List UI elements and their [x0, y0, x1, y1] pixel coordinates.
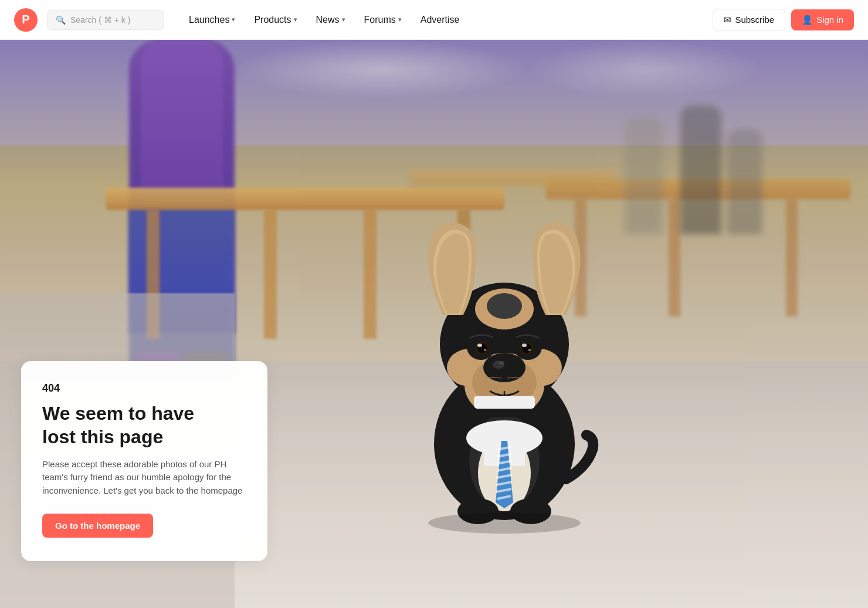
chevron-down-icon: ▾	[342, 16, 345, 23]
chevron-down-icon: ▾	[232, 16, 235, 23]
nav-link-advertise[interactable]: Advertise	[412, 10, 468, 30]
svg-point-41	[428, 512, 581, 534]
go-to-homepage-button[interactable]: Go to the homepage	[42, 514, 153, 538]
logo-letter: P	[22, 13, 29, 26]
signin-label: Sign in	[816, 15, 843, 25]
svg-point-33	[484, 349, 486, 351]
nav-link-advertise-label: Advertise	[421, 15, 460, 25]
svg-rect-40	[474, 396, 535, 409]
search-placeholder: Search ( ⌘ + k )	[70, 15, 130, 25]
subscribe-button[interactable]: ✉ Subscribe	[713, 9, 785, 31]
svg-point-38	[528, 349, 531, 351]
dog-illustration	[387, 168, 622, 579]
error-code: 404	[42, 382, 246, 395]
error-description: Please accept these adorable photos of o…	[42, 458, 246, 498]
search-bar[interactable]: 🔍 Search ( ⌘ + k )	[47, 10, 164, 30]
navbar: P 🔍 Search ( ⌘ + k ) Launches ▾ Products…	[0, 0, 868, 40]
subscribe-label: Subscribe	[735, 15, 774, 25]
logo[interactable]: P	[14, 8, 38, 32]
svg-point-37	[522, 344, 527, 347]
nav-link-launches[interactable]: Launches ▾	[181, 10, 243, 30]
user-icon: 👤	[802, 15, 813, 25]
search-icon: 🔍	[56, 15, 66, 25]
chevron-down-icon: ▾	[398, 16, 402, 23]
nav-link-products-label: Products	[254, 15, 291, 25]
nav-actions: ✉ Subscribe 👤 Sign in	[713, 9, 854, 31]
nav-link-forums-label: Forums	[364, 15, 396, 25]
signin-button[interactable]: 👤 Sign in	[791, 9, 854, 30]
nav-links: Launches ▾ Products ▾ News ▾ Forums ▾ Ad…	[181, 10, 708, 30]
subscribe-icon: ✉	[724, 15, 731, 25]
chevron-down-icon: ▾	[294, 16, 297, 23]
svg-point-32	[477, 344, 482, 347]
nav-link-products[interactable]: Products ▾	[246, 10, 305, 30]
nav-link-launches-label: Launches	[189, 15, 229, 25]
nav-link-news[interactable]: News ▾	[308, 10, 354, 30]
error-card: 404 We seem to have lost this page Pleas…	[21, 361, 267, 562]
error-title: We seem to have lost this page	[42, 402, 246, 449]
nav-link-news-label: News	[316, 15, 340, 25]
svg-point-20	[487, 293, 522, 319]
error-title-line2: lost this page	[42, 426, 163, 447]
svg-point-27	[499, 361, 504, 365]
nav-link-forums[interactable]: Forums ▾	[356, 10, 410, 30]
error-title-line1: We seem to have	[42, 403, 194, 424]
